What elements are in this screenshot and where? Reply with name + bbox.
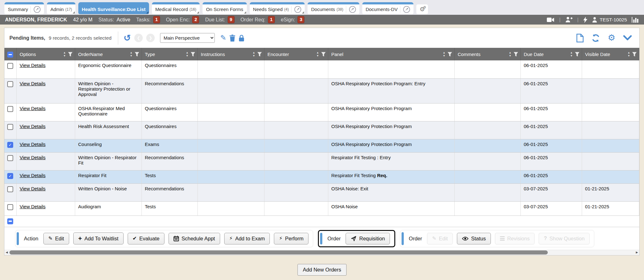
perspective-select[interactable]: Main Perspective: [160, 33, 215, 43]
tab-summary[interactable]: Summary ↗: [4, 2, 44, 14]
row-checkbox[interactable]: [7, 186, 13, 192]
open-external-icon[interactable]: ↗: [349, 6, 356, 13]
perform-button[interactable]: ⚡ Perform: [274, 233, 308, 244]
tab-on-screen-forms[interactable]: On Screen Forms: [203, 2, 247, 14]
row-checkbox-cell: [4, 78, 16, 103]
scrollbar-thumb[interactable]: [9, 250, 548, 255]
tab-health-surveillance-due-list[interactable]: Health Surveillance:Due List: [78, 2, 149, 14]
tab-documents-dv[interactable]: Documents-DV ↗: [362, 2, 414, 14]
open-external-icon[interactable]: ↗: [34, 6, 41, 13]
due-list-badge[interactable]: 9: [228, 16, 235, 23]
filter-icon[interactable]: [575, 52, 580, 57]
row-checkbox[interactable]: [7, 155, 13, 161]
row-checkbox[interactable]: [7, 124, 13, 130]
esign-badge[interactable]: 3: [297, 16, 304, 23]
select-all-checkbox-bottom[interactable]: [7, 218, 13, 224]
view-details-link[interactable]: View Details: [20, 204, 46, 209]
gear-icon[interactable]: ⚙: [608, 34, 615, 42]
scroll-left-arrow[interactable]: ◀: [6, 251, 8, 254]
column-header-type[interactable]: Type▲▼: [142, 48, 197, 60]
view-details-link[interactable]: View Details: [20, 81, 46, 86]
undo-icon[interactable]: ↺: [124, 34, 131, 42]
row-checkbox[interactable]: [7, 63, 13, 69]
filter-icon[interactable]: [321, 52, 326, 57]
filter-icon[interactable]: [514, 52, 518, 57]
tab-needs-signed[interactable]: Needs Signed (4) ↗: [250, 2, 305, 14]
select-all-checkbox[interactable]: [7, 52, 13, 58]
column-header-encounter[interactable]: Encounter▲▼: [264, 48, 328, 60]
add-new-orders-button[interactable]: Add New Orders: [297, 264, 347, 276]
column-header-options[interactable]: Options▲▼: [16, 48, 75, 60]
scroll-right-arrow[interactable]: ▶: [636, 251, 638, 254]
column-header-panel[interactable]: Panel▲▼: [328, 48, 454, 60]
lock-icon[interactable]: [239, 35, 244, 42]
status-button[interactable]: Status: [457, 233, 491, 244]
column-header-due-date[interactable]: Due Date▲▼: [520, 48, 582, 60]
view-details-link[interactable]: View Details: [20, 106, 46, 111]
column-header-visible-date[interactable]: Visible Date▲▼: [582, 48, 639, 60]
comments-cell: [454, 170, 520, 183]
open-enc-badge[interactable]: 2: [192, 16, 199, 23]
prev-perspective-button[interactable]: ❮: [134, 34, 143, 42]
sort-icon[interactable]: ▲▼: [130, 51, 132, 57]
tab-medical-record[interactable]: Medical Record (16): [152, 2, 200, 14]
add-to-waitlist-button[interactable]: + Add To Waitlist: [73, 232, 124, 244]
schedule-appt-button[interactable]: Schedule Appt: [169, 233, 220, 244]
view-details-link[interactable]: View Details: [20, 173, 46, 178]
view-details-link[interactable]: View Details: [20, 186, 46, 191]
row-checkbox[interactable]: [7, 142, 13, 148]
view-details-link[interactable]: View Details: [20, 63, 46, 68]
view-details-link[interactable]: View Details: [20, 142, 46, 147]
user-menu[interactable]: TEST-10025: [592, 17, 627, 23]
horizontal-scrollbar[interactable]: ◀ ▶: [4, 250, 639, 255]
filter-icon[interactable]: [447, 52, 452, 57]
open-external-icon[interactable]: ↗: [403, 6, 410, 13]
encounter-cell: [264, 170, 328, 183]
edit-perspective-icon[interactable]: ✎: [220, 34, 226, 42]
sort-icon[interactable]: ▲▼: [443, 51, 445, 57]
sort-icon[interactable]: ▲▼: [628, 51, 630, 57]
open-external-icon[interactable]: ↗: [294, 6, 301, 13]
row-checkbox[interactable]: [7, 173, 13, 179]
column-header-ordername[interactable]: OrderName▲▼: [75, 48, 142, 60]
add-to-exam-button[interactable]: ⚡ Add to Exam: [224, 233, 270, 244]
tasks-badge[interactable]: 1: [153, 16, 160, 23]
filter-icon[interactable]: [632, 52, 637, 57]
column-header-comments[interactable]: Comments▲▼: [454, 48, 520, 60]
next-perspective-button[interactable]: ❯: [146, 34, 155, 42]
filter-icon[interactable]: [68, 52, 73, 57]
bar-chart-icon[interactable]: [632, 17, 639, 23]
sort-icon[interactable]: ▲▼: [316, 51, 319, 57]
tab-settings-button[interactable]: ⚙ ⚙: [416, 4, 428, 14]
tab-documents[interactable]: Documents (38) ↗: [308, 2, 359, 14]
refresh-icon[interactable]: [591, 34, 600, 42]
sort-icon[interactable]: ▲▼: [570, 51, 573, 57]
scrollbar-track[interactable]: [9, 250, 635, 255]
sort-icon[interactable]: ▲▼: [186, 51, 188, 57]
row-checkbox[interactable]: [7, 204, 13, 210]
requisition-button[interactable]: Requisition: [346, 233, 390, 244]
view-details-link[interactable]: View Details: [20, 124, 46, 129]
row-checkbox[interactable]: [7, 81, 13, 87]
tab-admin[interactable]: Admin (17): [47, 2, 75, 14]
sort-icon[interactable]: ▲▼: [509, 51, 511, 57]
due-date-cell: 06-01-2025: [520, 103, 582, 121]
row-checkbox[interactable]: [7, 106, 13, 112]
column-header-instructions[interactable]: Instructions▲▼: [197, 48, 264, 60]
new-document-icon[interactable]: [576, 34, 584, 42]
view-details-link[interactable]: View Details: [20, 155, 46, 160]
chevron-down-icon[interactable]: [623, 35, 632, 41]
sort-icon[interactable]: ▲▼: [63, 51, 66, 57]
edit-button[interactable]: ✎ Edit: [43, 233, 69, 244]
visible-date-cell: [582, 121, 639, 139]
filter-icon[interactable]: [257, 52, 262, 57]
evaluate-button[interactable]: ✔ Evaluate: [128, 233, 165, 244]
add-person-icon[interactable]: [565, 17, 573, 23]
sort-icon[interactable]: ▲▼: [253, 51, 255, 57]
filter-icon[interactable]: [135, 52, 139, 57]
order-req-badge[interactable]: 1: [268, 16, 275, 23]
bolt-icon[interactable]: [583, 17, 587, 23]
filter-icon[interactable]: [191, 52, 195, 57]
video-camera-icon[interactable]: [547, 17, 554, 22]
delete-perspective-icon[interactable]: [230, 35, 235, 42]
